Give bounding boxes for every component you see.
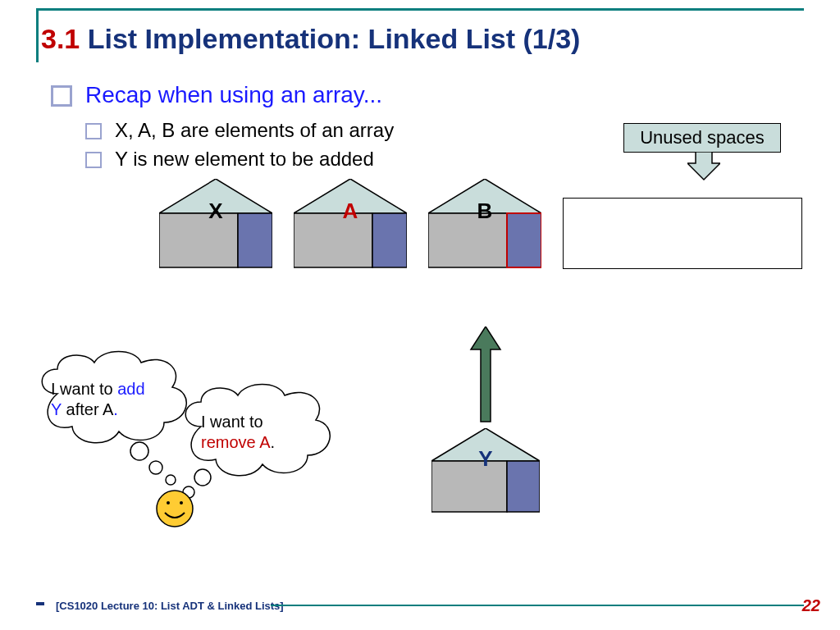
svg-marker-0 [687,152,720,180]
house-y-label: Y [431,446,540,472]
top-border [36,8,804,11]
slide-title: 3.1 List Implementation: Linked List (1/… [41,23,580,55]
title-rest: List Implementation: Linked List (1/3) [80,23,580,54]
checkbox-icon [85,152,102,168]
smiley-icon [154,488,195,532]
bullet-elements: X, A, B are elements of an array [85,119,394,142]
unused-spaces-label: Unused spaces [623,123,781,153]
bullet-recap: Recap when using an array... [51,82,382,108]
house-b: B [428,179,541,269]
title-section: 3.1 [41,23,80,54]
house-b-label: B [428,199,541,224]
house-a: A [294,179,407,269]
svg-marker-10 [471,326,500,422]
bullet-recap-text: Recap when using an array... [85,82,382,108]
bullet-elements-text: X, A, B are elements of an array [115,119,394,142]
svg-point-15 [149,461,162,474]
bullet-new-element-text: Y is new element to be added [115,148,374,171]
svg-point-21 [180,501,183,504]
thought-remove-text: I want to remove A. [201,412,316,453]
checkbox-icon [51,85,72,107]
thought-add-text: I want to add Y after A. [51,379,174,420]
thought-bubble-remove: I want to remove A. [176,377,340,512]
svg-point-20 [167,501,170,504]
footer-text: [CS1020 Lecture 10: List ADT & Linked Li… [51,600,289,612]
svg-point-14 [130,442,148,460]
checkbox-icon [85,123,102,139]
page-number: 22 [802,596,820,615]
unused-space-box [563,198,802,269]
house-a-label: A [294,199,407,224]
svg-point-16 [166,475,176,485]
footer-rule [271,605,804,606]
house-x: X [159,179,272,269]
svg-point-17 [194,469,211,486]
down-arrow-icon [687,152,720,185]
footer-dash [36,602,44,605]
svg-point-19 [157,491,193,527]
left-border [36,8,39,62]
house-y: Y [431,428,540,514]
up-arrow-icon [468,326,504,428]
bullet-new-element: Y is new element to be added [85,148,374,171]
house-x-label: X [159,199,272,224]
thought-bubble-add: I want to add Y after A. [33,345,197,495]
